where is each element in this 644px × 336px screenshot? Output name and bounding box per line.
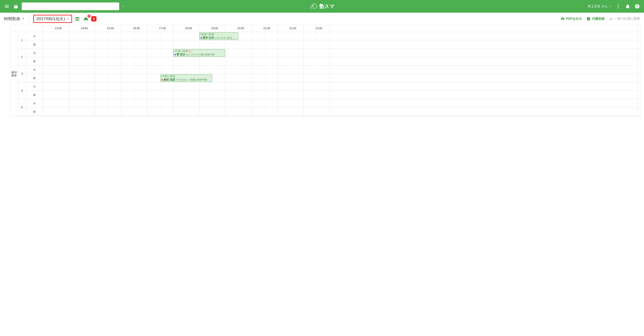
print-icon [560,17,565,21]
chevron-down-icon [21,17,25,21]
help-icon[interactable]: ? [633,2,642,11]
brand-text: 塾スマ [319,3,335,10]
seat-label: A [26,82,43,91]
event-time: 17:00〜19:00 [162,75,211,78]
event-time: 17:30〜19:30 🎂 [174,50,224,53]
hour-label: 13:00 [43,25,69,32]
svg-point-7 [312,6,313,7]
view-selector[interactable]: 時間割表 [4,16,25,22]
schedule-event[interactable]: 17:30〜19:30 🎂 菅 宏次 カンコウジ (小松) 衣笠中2年 [173,49,225,57]
grid-row[interactable] [43,40,638,49]
timetable: 個別 教室 1 AB 2 AB 3 AB 4 AB 5 AB 13:0014:0… [10,25,641,116]
chevron-down-icon [609,5,612,8]
status-dot-icon [200,37,202,39]
hour-label: 16:00 [121,25,147,32]
booth-number: 3 [18,66,26,82]
hour-label: 22:00 [278,25,304,32]
grid-row[interactable] [43,32,638,40]
hour-label: 19:00 [200,25,226,32]
event-name: 菅 宏次 [176,53,185,56]
hour-label: 15:00 [95,25,121,32]
seat-label: B [26,74,43,82]
user-menu[interactable]: 井上正史 さん [586,4,613,9]
bulk-attend-label: 一括で出席に変更 [614,17,640,21]
grid-row[interactable] [43,57,638,66]
seat-label: A [26,99,43,108]
calendar-icon[interactable] [11,2,20,11]
svg-text:?: ? [636,5,638,8]
grid-row[interactable] [43,66,638,74]
svg-rect-2 [15,4,15,5]
menu-icon[interactable] [2,2,11,11]
pdf-export-button[interactable]: PDFを出力 [560,17,582,21]
chevron-down-icon [66,17,70,21]
event-sub: カンコウジ (小松) 衣笠中2年 [186,53,215,56]
grid-row[interactable] [43,108,638,116]
event-name: 室井 比呂 [202,36,214,39]
inbox-badge: 3 [88,15,91,18]
hour-label: 17:00 [147,25,173,32]
grid-row[interactable] [43,74,638,82]
cloud-clover-icon [309,2,318,11]
grid-row[interactable] [43,91,638,99]
svg-rect-1 [14,5,18,6]
search-dropdown-caret-icon[interactable] [119,5,126,8]
svg-point-6 [312,5,313,6]
schedule-event[interactable]: 17:00〜19:00 倉田 花恋 クラタカレン (名取) 衣笠中3年 [160,74,212,82]
hour-label: 18:00 [173,25,200,32]
divider [29,16,29,22]
booth-number: 2 [18,49,26,66]
status-dot-icon [174,54,176,55]
svg-rect-15 [76,19,78,20]
schedule-event[interactable]: 18:30〜20:00 室井 比呂 ムロイヒロ (井上... [200,33,238,40]
grid-row[interactable] [43,82,638,91]
bell-icon[interactable] [623,2,632,11]
substitute-request-button[interactable]: 代講依頼 [586,17,604,21]
seat-label: B [26,108,43,116]
seat-label: A [26,49,43,57]
seat-label: B [26,57,43,66]
pdf-label: PDFを出力 [566,17,582,21]
inbox-button[interactable]: 3 [82,16,89,22]
booth-number: 1 [18,32,26,49]
hour-label: 14:00 [69,25,95,32]
bulk-attend-button: 一括で出席に変更 [609,17,640,21]
booth-number: 4 [18,82,26,99]
more-vert-icon[interactable] [614,2,623,11]
event-sub: クラタカレン (名取) 衣笠中3年 [176,79,207,81]
app-header: 塾スマ 井上正史 さん ? [0,0,644,13]
event-sub: ムロイヒロ (井上... [215,37,234,39]
double-check-icon [609,17,613,21]
event-time: 18:30〜20:00 [200,33,237,36]
timetable-scroll[interactable]: 個別 教室 1 AB 2 AB 3 AB 4 AB 5 AB 13:0014:0… [10,25,641,116]
status-dot-icon [162,79,163,81]
svg-rect-3 [16,4,17,5]
hour-label: 23:00 [304,25,330,32]
hour-label: 21:00 [252,25,278,32]
seat-label: B [26,40,43,49]
booth-number: 5 [18,99,26,116]
check-square-icon [586,17,590,21]
hour-label: 20:00 [226,25,252,32]
today-button[interactable] [74,16,81,22]
view-label-text: 時間割表 [4,16,20,22]
svg-point-9 [618,6,618,7]
svg-point-8 [618,4,618,5]
brand-logo: 塾スマ [309,2,335,11]
user-name: 井上正史 さん [588,4,608,9]
event-name: 倉田 花恋 [164,78,175,81]
search-input[interactable] [24,5,118,8]
seat-label: B [26,91,43,99]
svg-rect-14 [76,17,79,18]
date-text: 2017/06/13(火) [36,16,65,22]
grid-row[interactable] [43,99,638,108]
grid-row[interactable] [43,49,638,57]
seat-label: A [26,66,43,74]
search-box [22,3,119,10]
toolbar: 時間割表 2017/06/13(火) 3 3 PDFを出力 代講依頼 一括で出席… [0,13,644,25]
date-picker[interactable]: 2017/06/13(火) [33,15,72,23]
alert-badge[interactable]: 3 [91,16,96,22]
seat-label: A [26,32,43,40]
birthday-icon: 🎂 [189,50,192,52]
svg-point-10 [618,8,618,9]
